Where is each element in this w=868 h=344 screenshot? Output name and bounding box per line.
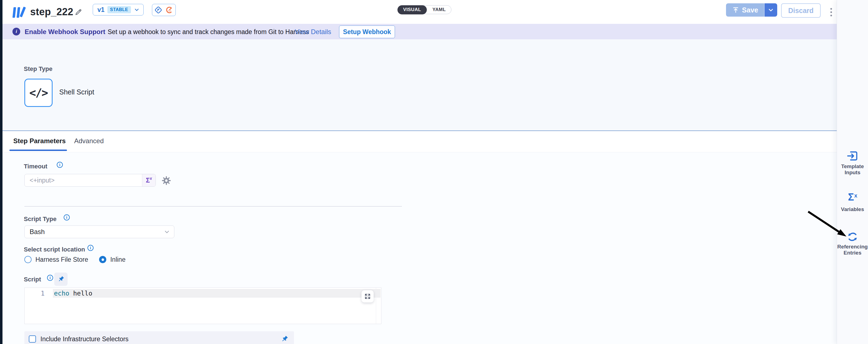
gear-icon (161, 175, 172, 186)
sigma-glyph: Σ (146, 176, 150, 184)
page-title: step_222 (30, 6, 73, 18)
timeout-input-group: Σx (24, 174, 156, 187)
info-icon[interactable] (64, 214, 70, 221)
tab-bar: Step Parameters Advanced (2, 131, 837, 152)
code-line[interactable]: echo hello (54, 289, 92, 297)
sidebar-label: Template Inputs (837, 164, 868, 176)
referencing-entries-icon (847, 231, 858, 242)
view-details-link[interactable]: View Details (295, 28, 331, 36)
sidebar-label: Referencing Entries (837, 244, 868, 256)
step-type-value: Shell Script (59, 88, 94, 96)
expand-editor-button[interactable] (362, 290, 374, 303)
template-library-logo-icon (13, 7, 26, 18)
active-tab-underline (9, 149, 67, 151)
expression-type-button[interactable]: Σx (142, 174, 156, 187)
webhook-banner: i Enable Webhook Support Set up a webhoo… (2, 24, 837, 39)
shell-script-icon: </> (29, 86, 48, 99)
kebab-dot (830, 15, 832, 16)
timeout-settings-button[interactable] (161, 175, 172, 186)
pushpin-icon[interactable] (279, 334, 290, 344)
step-parameters-form: Timeout Σx (2, 152, 837, 344)
script-location-label: Select script location (24, 246, 85, 253)
line-number: 1 (25, 289, 44, 297)
chevron-down-icon (163, 229, 170, 235)
kebab-dot (830, 8, 832, 10)
sidebar-item-template-inputs[interactable]: Template Inputs (837, 149, 868, 176)
template-inputs-icon (846, 149, 859, 162)
diamond-branch-icon (154, 6, 162, 14)
toggle-visual[interactable]: VISUAL (398, 5, 427, 15)
pushpin-icon (56, 274, 66, 284)
info-icon: i (12, 28, 20, 35)
code-keyword: echo (54, 290, 69, 297)
code-argument: hello (69, 290, 92, 297)
template-studio-page: step_222 v1 STABLE (0, 0, 868, 344)
collapsed-left-nav[interactable] (0, 0, 2, 344)
include-infra-checkbox[interactable] (29, 336, 36, 343)
sigma-sup: x (150, 176, 152, 180)
sidebar-item-variables[interactable]: Σx Variables (837, 192, 868, 212)
tab-step-parameters[interactable]: Step Parameters (13, 137, 66, 145)
info-icon[interactable] (57, 162, 63, 168)
pencil-icon (74, 8, 82, 16)
script-type-value: Bash (30, 228, 45, 236)
info-icon[interactable] (47, 275, 53, 281)
save-button[interactable]: Save (726, 3, 764, 17)
script-type-select[interactable]: Bash (24, 226, 175, 238)
script-location-options: Harness File Store Inline (24, 255, 125, 264)
step-type-section: Step Type </> Shell Script (2, 39, 837, 131)
banner-message: Set up a webhook to sync and track chang… (108, 28, 309, 36)
step-type-card[interactable]: </> (24, 79, 53, 107)
variables-icon: Σx (837, 192, 868, 204)
timer-gauge-icon (165, 6, 174, 14)
right-toolbar: Template Inputs Σx Variables Ref (837, 0, 868, 344)
radio-harness-file-store[interactable] (24, 256, 32, 263)
version-selector[interactable]: v1 STABLE (93, 4, 144, 16)
section-divider (24, 206, 402, 207)
logo-bar (12, 7, 16, 18)
stable-badge: STABLE (107, 6, 131, 13)
radio-label[interactable]: Inline (110, 256, 125, 263)
visual-yaml-toggle: VISUAL YAML (398, 5, 452, 14)
header-bar: step_222 v1 STABLE (2, 0, 837, 24)
save-options-button[interactable] (764, 3, 777, 17)
include-infra-label: Include Infrastructure Selectors (40, 336, 128, 343)
chevron-down-icon (134, 7, 140, 13)
more-options-menu[interactable] (827, 6, 835, 18)
radio-label[interactable]: Harness File Store (35, 256, 88, 263)
script-code-editor[interactable]: 1 echo hello (24, 287, 381, 324)
toggle-yaml[interactable]: YAML (427, 5, 451, 14)
expand-arrows-icon (364, 293, 371, 300)
save-label: Save (742, 6, 758, 14)
save-split-button: Save (726, 3, 777, 17)
tab-advanced[interactable]: Advanced (74, 137, 104, 145)
upload-icon (732, 6, 739, 13)
current-line-highlight (53, 289, 380, 297)
banner-title: Enable Webhook Support (25, 28, 105, 36)
info-icon[interactable] (88, 245, 94, 251)
edit-title-button[interactable] (74, 8, 83, 17)
sidebar-label: Variables (837, 206, 868, 212)
radio-inline[interactable] (99, 256, 106, 263)
version-label: v1 (97, 6, 104, 13)
kebab-dot (830, 11, 832, 13)
discard-button[interactable]: Discard (781, 3, 821, 18)
pin-script-button[interactable] (54, 273, 67, 286)
timeout-label: Timeout (24, 163, 47, 170)
script-label: Script (24, 276, 41, 283)
logo-bar (20, 7, 26, 18)
include-infra-selectors-row: Include Infrastructure Selectors (24, 331, 294, 344)
setup-webhook-button[interactable]: Setup Webhook (339, 26, 395, 38)
template-status-icons[interactable] (152, 4, 176, 16)
script-type-label: Script Type (24, 216, 57, 223)
timeout-input[interactable] (25, 174, 142, 187)
step-type-label: Step Type (24, 65, 53, 73)
sidebar-item-referencing-entries[interactable]: Referencing Entries (837, 231, 868, 256)
chevron-down-icon (768, 7, 774, 13)
